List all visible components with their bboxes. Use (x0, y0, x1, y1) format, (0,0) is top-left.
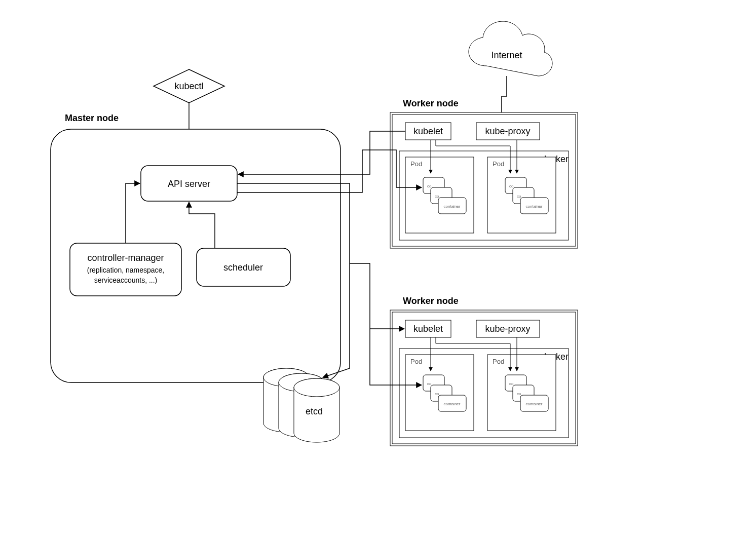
worker1-pod2: Pod co co container (487, 157, 556, 233)
scheduler-label: scheduler (223, 262, 263, 273)
worker1-pod1-co2: co (435, 194, 439, 199)
worker1-pod1: Pod co co container (405, 157, 474, 233)
worker2-pod2: Pod co co container (487, 355, 556, 431)
controller-manager-sub2: serviceaccounts, ...) (94, 276, 158, 284)
kubectl-shape: kubectl (154, 69, 224, 103)
api-server-label: API server (168, 179, 210, 189)
worker1-pod2-co1: co (509, 184, 514, 188)
worker1-pod1-co1: co (427, 184, 432, 188)
worker1-pod1-container: container (444, 204, 461, 209)
worker2-pod2-label: Pod (493, 358, 504, 365)
worker2-pod2-container: container (526, 402, 543, 406)
controller-manager-label: controller-manager (87, 253, 164, 263)
worker1-pod1-label: Pod (410, 160, 422, 168)
worker1-title: Worker node (403, 98, 459, 108)
worker1-pod2-co2: co (517, 194, 521, 199)
worker2-pod1: Pod co co container (405, 355, 474, 431)
etcd-group: etcd (263, 368, 339, 442)
kubectl-label: kubectl (174, 81, 203, 91)
worker2-title: Worker node (403, 296, 459, 306)
internet-label: Internet (491, 50, 522, 60)
worker2-kubeproxy-label: kube-proxy (485, 324, 530, 334)
worker-node-1: Worker node kubelet kube-proxy docker Po… (390, 98, 578, 248)
worker1-pod2-label: Pod (493, 160, 504, 168)
worker-node-2: Worker node kubelet kube-proxy docker Po… (390, 296, 578, 446)
worker1-kubelet-label: kubelet (413, 126, 443, 136)
worker2-pod1-label: Pod (410, 358, 422, 365)
worker2-pod1-container: container (444, 402, 461, 406)
etcd-label: etcd (306, 406, 323, 416)
worker2-pod1-co1: co (427, 381, 432, 386)
worker2-kubelet-label: kubelet (413, 324, 443, 334)
worker1-kubeproxy-label: kube-proxy (485, 126, 530, 136)
worker2-pod2-co1: co (509, 381, 514, 386)
master-node-title: Master node (65, 113, 119, 123)
worker1-pod2-container: container (526, 204, 543, 209)
controller-manager-box: controller-manager (replication, namespa… (70, 243, 181, 296)
worker2-pod2-co2: co (517, 392, 521, 396)
internet-cloud: Internet (469, 21, 552, 76)
svg-point-4 (294, 378, 339, 397)
controller-manager-sub1: (replication, namespace, (87, 266, 165, 274)
worker2-pod1-co2: co (435, 392, 439, 396)
